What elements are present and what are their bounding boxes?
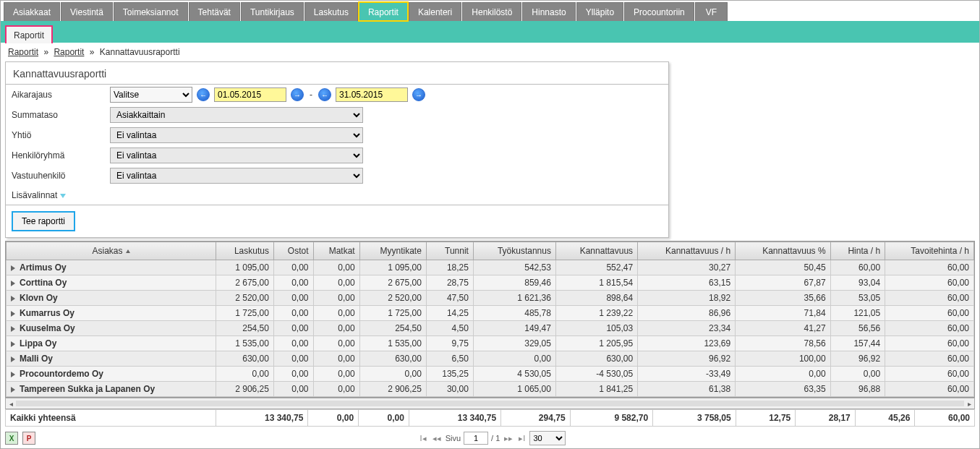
row-value: 0,00 — [313, 260, 359, 275]
breadcrumb: Raportit » Raportit » Kannattavuusraport… — [1, 43, 979, 60]
chevron-down-icon — [60, 194, 66, 198]
expand-icon[interactable] — [11, 341, 15, 347]
row-value: 50,45 — [736, 260, 831, 275]
pager-size-select[interactable]: 30 — [529, 431, 566, 445]
expand-icon[interactable] — [11, 281, 15, 286]
col-tavoitehinta-h[interactable]: Tavoitehinta / h — [885, 242, 974, 260]
pager-page-label: Sivu — [446, 434, 461, 442]
tab-vf[interactable]: VF — [695, 2, 728, 21]
expand-icon[interactable] — [11, 356, 15, 362]
col-ostot[interactable]: Ostot — [273, 242, 313, 260]
col-tunnit[interactable]: Tunnit — [426, 242, 473, 260]
run-report-button[interactable]: Tee raportti — [12, 211, 75, 231]
row-value: 96,92 — [830, 351, 885, 367]
expand-icon[interactable] — [11, 311, 15, 317]
tab-tehtavat[interactable]: Tehtävät — [189, 2, 240, 21]
row-name: Kuuselma Oy — [20, 323, 75, 333]
tab-hinnasto[interactable]: Hinnasto — [522, 2, 575, 21]
row-value: 859,46 — [473, 275, 555, 291]
col-kannattavuus-h[interactable]: Kannattavuus / h — [638, 242, 736, 260]
row-value: 18,25 — [426, 260, 473, 275]
date-from-input[interactable] — [214, 87, 286, 102]
scroll-track[interactable] — [16, 401, 964, 406]
row-name: Malli Oy — [20, 354, 53, 364]
tab-procountoriin[interactable]: Procountoriin — [624, 2, 694, 21]
row-value: 60,00 — [830, 260, 885, 275]
row-value: 0,00 — [273, 336, 313, 351]
export-excel-icon[interactable]: X — [5, 432, 18, 445]
row-value: 630,00 — [216, 351, 274, 367]
row-name-cell: Kumarrus Oy — [7, 306, 216, 321]
subtab-raportit[interactable]: Raportit — [5, 25, 53, 43]
pager-page-input[interactable] — [464, 432, 488, 445]
col-kannattavuus[interactable]: Kannattavuus — [555, 242, 637, 260]
tab-laskutus[interactable]: Laskutus — [304, 2, 358, 21]
row-value: 0,00 — [273, 306, 313, 321]
col-hinta-h[interactable]: Hinta / h — [830, 242, 885, 260]
row-value: 0,00 — [359, 367, 426, 382]
expand-icon[interactable] — [11, 372, 15, 377]
pager-last-icon[interactable]: ▸I — [517, 434, 527, 443]
date-to-input[interactable] — [336, 87, 408, 102]
tab-tuntikirjaus[interactable]: Tuntikirjaus — [241, 2, 304, 21]
row-value: 329,05 — [473, 336, 555, 351]
pager-next-icon[interactable]: ▸▸ — [503, 434, 514, 443]
export-pdf-icon[interactable]: P — [22, 432, 35, 445]
tab-yllapito[interactable]: Ylläpito — [576, 2, 623, 21]
col-asiakas[interactable]: Asiakas — [7, 242, 216, 260]
row-value: 0,00 — [313, 351, 359, 367]
expand-icon[interactable] — [11, 265, 15, 271]
row-name-cell: Klovn Oy — [7, 291, 216, 306]
panel-title: Kannattavuusraportti — [6, 62, 668, 84]
pager-first-icon[interactable]: I◂ — [419, 434, 428, 443]
row-value: 47,50 — [426, 291, 473, 306]
pager: I◂ ◂◂ Sivu / 1 ▸▸ ▸I 30 — [419, 431, 566, 445]
sub-nav: Raportit — [1, 21, 979, 43]
tab-henkilosto[interactable]: Henkilöstö — [462, 2, 521, 21]
tab-kalenteri[interactable]: Kalenteri — [409, 2, 461, 21]
summataso-select[interactable]: Asiakkaittain — [110, 107, 363, 123]
col-myyntikate[interactable]: Myyntikate — [359, 242, 426, 260]
table-row: Procountordemo Oy0,000,000,000,00135,254… — [7, 367, 974, 382]
expand-icon[interactable] — [11, 387, 15, 393]
lisavalinnat-toggle[interactable]: Lisävalinnat — [12, 190, 66, 200]
tab-raportit[interactable]: Raportit — [359, 2, 408, 21]
henkiloryhma-select[interactable]: Ei valintaa — [110, 147, 363, 163]
vastuu-select[interactable]: Ei valintaa — [110, 168, 363, 184]
col-matkat[interactable]: Matkat — [313, 242, 359, 260]
col-tyokustannus[interactable]: Työkustannus — [473, 242, 555, 260]
row-value: 18,92 — [638, 291, 736, 306]
expand-icon[interactable] — [11, 296, 15, 302]
row-value: 898,64 — [555, 291, 637, 306]
row-value: 78,56 — [736, 336, 831, 351]
row-value: 6,50 — [426, 351, 473, 367]
col-laskutus[interactable]: Laskutus — [216, 242, 274, 260]
table-row: Corttina Oy2 675,000,000,002 675,0028,75… — [7, 275, 974, 291]
tab-asiakkaat[interactable]: Asiakkaat — [4, 2, 60, 21]
crumb-sep: » — [43, 47, 48, 57]
col-kannattavuus-pct[interactable]: Kannattavuus % — [736, 242, 831, 260]
date-prev-to-icon[interactable]: ← — [318, 88, 331, 101]
total-tavoitehinta-h: 60,00 — [915, 410, 975, 427]
scroll-right-icon[interactable]: ▸ — [964, 400, 974, 408]
tab-toimeksiannot[interactable]: Toimeksiannot — [114, 2, 188, 21]
row-value: 41,27 — [736, 321, 831, 336]
row-value: 2 675,00 — [216, 275, 274, 291]
yhtio-select[interactable]: Ei valintaa — [110, 127, 363, 143]
date-next-to-icon[interactable]: → — [412, 88, 425, 101]
date-prev-from-icon[interactable]: ← — [197, 88, 210, 101]
pager-prev-icon[interactable]: ◂◂ — [431, 434, 443, 443]
expand-icon[interactable] — [11, 326, 15, 332]
row-value: 135,25 — [426, 367, 473, 382]
row-value: 157,44 — [830, 336, 885, 351]
row-value: 96,88 — [830, 382, 885, 397]
row-value: 71,84 — [736, 306, 831, 321]
crumb-2[interactable]: Raportit — [54, 47, 84, 57]
crumb-1[interactable]: Raportit — [8, 47, 38, 57]
aikarajaus-select[interactable]: Valitse — [110, 87, 192, 103]
crumb-3: Kannattavuusraportti — [100, 47, 180, 57]
scroll-left-icon[interactable]: ◂ — [6, 400, 16, 408]
horizontal-scrollbar[interactable]: ◂ ▸ — [5, 398, 975, 409]
tab-viestinta[interactable]: Viestintä — [61, 2, 113, 21]
date-next-from-icon[interactable]: → — [291, 88, 304, 101]
